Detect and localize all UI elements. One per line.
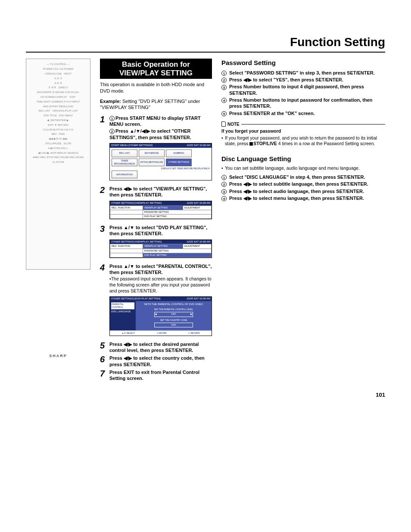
osd4-left-sel: PARENTAL CONTROL <box>111 302 134 309</box>
pw-item-5: Press SET/ENTER at the "OK" screen. <box>229 110 385 116</box>
osd-btn: DUBBING <box>166 149 192 157</box>
page-title: Function Setting <box>26 34 385 50</box>
step-4: 4 Press ▲/▼ to select "PARENTAL CONTROL"… <box>100 263 212 294</box>
osd-viewplay-2: OTHER SETTINGS [VIEW/PLAY SETTING]12/25 … <box>109 240 212 258</box>
osd-viewplay-1: OTHER SETTINGS [VIEW/PLAY SETTING]12/25 … <box>109 201 212 219</box>
osd-btn: INITIALIZE/FINALIZE <box>139 159 165 166</box>
right-column: Password Setting 1Select "PASSWORD SETTI… <box>221 59 385 383</box>
osd3-tab2: ADJUSTMENT <box>183 244 211 249</box>
note-stop: STOP/LIVE <box>253 141 277 146</box>
osd4-val2: USA <box>155 324 193 327</box>
osd1-title: START MENU [OTHER SETTINGS] <box>111 144 153 147</box>
osd3-left: REC. FUNCTION <box>110 244 143 249</box>
osd4-title: OTHER SETTINGS [DVD PLAY SETTING] <box>111 297 160 301</box>
osd2-tab: VIEW/PLAY SETTING <box>143 205 183 210</box>
disc-language-heading: Disc Language Setting <box>221 155 385 163</box>
note-bullet: • If you forget your password, and you w… <box>221 135 385 147</box>
osd4-foot: ENTER <box>159 332 166 334</box>
step-6: 6 Press ◀/▶ to select the country code, … <box>100 355 212 367</box>
osd4-desc: SETS THE PARENTAL CONTROL OF DVD VIDEO <box>137 303 210 306</box>
osd1-hint: DISPLAYS SET ITEMS BEFORE REC/PLAYBACK <box>112 167 210 170</box>
osd4-left: DISC LANGUAGE <box>111 310 134 313</box>
osd2-tab2: ADJUSTMENT <box>183 205 211 210</box>
osd-dvdplay: OTHER SETTINGS [DVD PLAY SETTING]12/25 S… <box>109 296 212 336</box>
note-label: NOTE <box>227 121 240 127</box>
osd-start-menu: START MENU [OTHER SETTINGS]12/25 SAT 10:… <box>109 143 212 180</box>
osd3-time: 12/25 SAT 10:28 AM <box>187 240 210 244</box>
osd4-lbl2: SET THE COUNTRY CODE <box>137 319 210 322</box>
osd-btn: TIMER PROGRAM/CHECK <box>112 159 137 166</box>
osd4-lbl1: SET THE PARENTAL CONTROL LEVEL <box>137 308 210 311</box>
remote-column: — TV CONTROL — POWER VOL CH POWER OPEN/C… <box>26 59 90 383</box>
example-text: Example: Setting "DVD PLAY SETTING" unde… <box>100 98 212 111</box>
example-label: Example: <box>100 99 121 104</box>
osd2-left: REC. FUNCTION <box>110 205 143 210</box>
osd-btn: REC LIST <box>112 149 137 157</box>
osd1-time: 12/25 SAT 10:28 AM <box>187 144 210 147</box>
step1a-text: Press START MENU to display START MENU s… <box>109 115 201 127</box>
step4-sub: The password input screen appears. It ch… <box>109 276 212 293</box>
disc-item-2: Press ◀/▶ to select subtitle language, t… <box>229 181 385 187</box>
stop-icon <box>249 142 253 146</box>
step7-text: Press EXIT to exit from Parental Control… <box>109 369 212 382</box>
disc-item-1: Select "DISC LANGUAGE" in step 4, then p… <box>229 174 385 180</box>
step4-text: Press ▲/▼ to select "PARENTAL CONTROL", … <box>109 264 212 275</box>
remote-control-illustration: — TV CONTROL — POWER VOL CH POWER OPEN/C… <box>26 59 90 270</box>
step2-text: Press ◀/▶ to select "VIEW/PLAY SETTING",… <box>109 186 212 198</box>
osd4-foot: RETURN <box>191 332 200 334</box>
osd-btn: INFORMATION <box>112 171 137 178</box>
disc-intro: • You can set subtitle language, audio l… <box>221 165 385 171</box>
osd4-time: 12/25 SAT 10:28 AM <box>187 297 210 301</box>
disc-intro-text: You can set subtitle language, audio lan… <box>225 165 360 171</box>
step5-text: Press ◀/▶ to select the desired parental… <box>109 341 212 354</box>
osd3-row: PASSWORD SETTING <box>143 249 211 253</box>
password-setting-heading: Password Setting <box>221 59 385 67</box>
pw-item-3: Press Number buttons to input 4 digit pa… <box>229 84 385 96</box>
osd2-title: OTHER SETTINGS [VIEW/PLAY SETTING] <box>111 202 162 205</box>
osd4-val1: OFF <box>157 313 190 316</box>
disc-item-4: Press ◀/▶ to select menu language, then … <box>229 195 385 201</box>
step6-text: Press ◀/▶ to select the country code, th… <box>109 355 212 367</box>
note-subhead: If you forget your password <box>221 128 385 134</box>
osd2-time: 12/25 SAT 10:28 AM <box>187 202 210 205</box>
step-2: 2 Press ◀/▶ to select "VIEW/PLAY SETTING… <box>100 186 212 198</box>
middle-column: Basic Operation for VIEW/PLAY SETTING Th… <box>100 59 212 383</box>
remote-brand: SHARP <box>29 354 87 359</box>
disc-item-3: Press ◀/▶ to select audio language, then… <box>229 188 385 194</box>
step-7: 7 Press EXIT to exit from Parental Contr… <box>100 369 212 382</box>
osd3-row-sel: DVD PLAY SETTING <box>143 253 211 257</box>
step-1: 1 1Press START MENU to display START MEN… <box>100 115 212 140</box>
note-heading: NOTE <box>221 121 385 127</box>
step-3: 3 Press ▲/▼ to select "DVD PLAY SETTING"… <box>100 224 212 237</box>
section-banner: Basic Operation for VIEW/PLAY SETTING <box>100 59 212 79</box>
note-icon <box>221 121 226 127</box>
step1b-text: Press ▲/▼/◀/▶ to select "OTHER SETTINGS"… <box>109 128 191 140</box>
osd-btn: EDIT/ERASE <box>139 149 165 157</box>
osd-btn-selected: OTHER SETTINGS <box>166 159 192 166</box>
osd2-row: PASSWORD SETTING <box>143 210 211 214</box>
osd2-row: DVD PLAY SETTING <box>143 214 211 218</box>
pw-item-1: Select "PASSWORD SETTING" in step 3, the… <box>229 70 385 76</box>
step3-text: Press ▲/▼ to select "DVD PLAY SETTING", … <box>109 224 212 237</box>
page-number: 101 <box>26 392 385 399</box>
note-body-2: 4 times in a row at the Password Setting… <box>277 141 375 146</box>
osd3-title: OTHER SETTINGS [VIEW/PLAY SETTING] <box>111 240 162 244</box>
pw-item-4: Press Number buttons to input password f… <box>229 97 385 109</box>
osd4-foot: SELECT <box>127 332 135 334</box>
intro-text: This operation is available in both HDD … <box>100 81 212 94</box>
osd3-tab: VIEW/PLAY SETTING <box>143 244 183 249</box>
title-rule <box>26 52 385 53</box>
pw-item-2: Press ◀/▶ to select "YES", then press SE… <box>229 77 385 83</box>
step-5: 5 Press ◀/▶ to select the desired parent… <box>100 341 212 354</box>
